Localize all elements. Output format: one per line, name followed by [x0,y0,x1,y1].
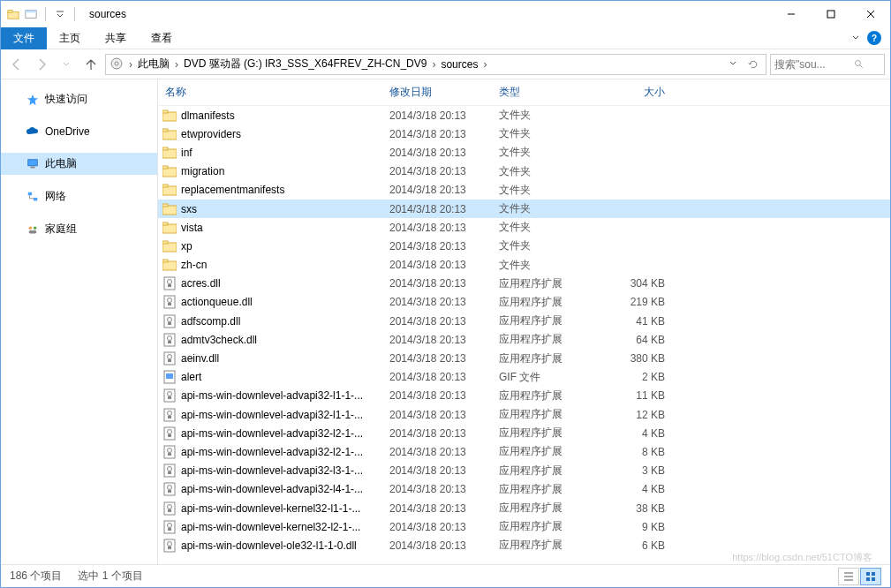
file-row[interactable]: api-ms-win-downlevel-ole32-l1-1-0.dll201… [158,536,890,554]
tab-share[interactable]: 共享 [93,27,139,49]
svg-rect-63 [168,434,171,437]
svg-rect-60 [168,416,171,418]
file-row[interactable]: adfscomp.dll2014/3/18 20:13应用程序扩展41 KB [158,312,890,330]
svg-rect-21 [162,110,168,113]
file-type: 文件夹 [499,164,603,179]
file-date: 2014/3/18 20:13 [389,502,499,515]
file-row[interactable]: alert2014/3/18 20:13GIF 文件2 KB [158,368,890,387]
file-size: 6 KB [603,539,665,552]
file-name: alert [181,371,389,383]
folder-icon [162,146,177,160]
recent-dropdown-icon[interactable] [56,54,77,75]
svg-rect-88 [872,577,875,581]
search-input[interactable] [774,58,854,71]
file-date: 2014/3/18 20:13 [389,128,499,140]
file-size: 41 KB [603,315,665,328]
file-name: migration [181,165,389,177]
chevron-right-icon[interactable]: › [127,58,134,71]
refresh-icon[interactable] [743,57,764,72]
up-button[interactable] [80,54,102,75]
file-name: actionqueue.dll [181,296,389,308]
file-type: 应用程序扩展 [499,444,603,459]
file-row[interactable]: api-ms-win-downlevel-advapi32-l1-1-...20… [158,387,890,405]
file-row[interactable]: etwproviders2014/3/18 20:13文件夹 [158,124,890,143]
help-icon[interactable]: ? [867,31,881,45]
breadcrumb-item[interactable]: 此电脑 [134,55,173,73]
file-row[interactable]: api-ms-win-downlevel-kernel32-l2-1-...20… [158,517,890,536]
file-row[interactable]: replacementmanifests2014/3/18 20:13文件夹 [158,181,890,200]
folder-icon [162,239,177,253]
file-list[interactable]: dlmanifests2014/3/18 20:13文件夹etwprovider… [158,106,890,564]
sidebar-item-network[interactable]: 网络 [1,185,157,207]
file-row[interactable]: dlmanifests2014/3/18 20:13文件夹 [158,106,890,124]
address-dropdown-icon[interactable] [723,57,743,72]
view-icons-button[interactable] [860,568,881,585]
svg-rect-57 [168,396,171,399]
file-name: acres.dll [181,277,389,290]
file-date: 2014/3/18 20:13 [389,277,499,290]
file-row[interactable]: xp2014/3/18 20:13文件夹 [158,237,890,255]
minimize-button[interactable] [771,1,811,27]
file-row[interactable]: vista2014/3/18 20:13文件夹 [158,218,890,237]
col-header-date[interactable]: 修改日期 [389,85,499,100]
folder-icon [162,183,177,197]
search-box[interactable] [770,54,885,75]
col-header-size[interactable]: 大小 [603,85,665,100]
close-button[interactable] [850,1,890,27]
search-icon [854,59,865,70]
chevron-right-icon[interactable]: › [481,58,488,71]
file-type: 应用程序扩展 [499,501,603,516]
view-details-button[interactable] [838,568,859,585]
file-type: 应用程序扩展 [499,538,603,553]
breadcrumb-item[interactable]: sources [437,57,481,72]
maximize-button[interactable] [811,1,850,27]
file-date: 2014/3/18 20:13 [389,521,499,533]
file-row[interactable]: api-ms-win-downlevel-advapi32-l2-1-...20… [158,424,890,442]
col-header-type[interactable]: 类型 [499,85,603,100]
file-name: sxs [181,203,389,215]
status-bar: 186 个项目 选中 1 个项目 [1,564,890,587]
file-row[interactable]: actionqueue.dll2014/3/18 20:13应用程序扩展219 … [158,293,890,312]
file-row[interactable]: api-ms-win-downlevel-advapi32-l1-1-...20… [158,405,890,424]
sidebar-item-homegroup[interactable]: 家庭组 [1,218,157,240]
file-row[interactable]: api-ms-win-downlevel-advapi32-l3-1-...20… [158,462,890,480]
chevron-right-icon[interactable]: › [173,58,180,71]
file-row[interactable]: admtv3check.dll2014/3/18 20:13应用程序扩展64 K… [158,330,890,349]
forward-button[interactable] [31,54,52,75]
file-row[interactable]: api-ms-win-downlevel-advapi32-l2-1-...20… [158,442,890,461]
computer-icon [26,157,40,171]
file-size: 4 KB [603,483,665,495]
tab-file[interactable]: 文件 [1,27,47,49]
star-icon [26,93,40,107]
back-button[interactable] [6,54,27,75]
ribbon-expand-icon[interactable] [851,34,860,42]
file-row[interactable]: migration2014/3/18 20:13文件夹 [158,162,890,181]
sidebar-item-onedrive[interactable]: OneDrive [1,121,157,142]
file-row[interactable]: api-ms-win-downlevel-advapi32-l4-1-...20… [158,480,890,499]
svg-rect-14 [30,166,34,168]
file-type: 应用程序扩展 [499,313,603,328]
file-row[interactable]: acres.dll2014/3/18 20:13应用程序扩展304 KB [158,275,890,293]
file-date: 2014/3/18 20:13 [389,184,499,196]
sidebar-item-thispc[interactable]: 此电脑 [1,153,157,175]
file-row[interactable]: sxs2014/3/18 20:13文件夹 [158,200,890,218]
file-row[interactable]: api-ms-win-downlevel-kernel32-l1-1-...20… [158,499,890,517]
chevron-right-icon[interactable]: › [430,58,437,71]
file-list-pane: 名称 修改日期 类型 大小 dlmanifests2014/3/18 20:13… [158,79,890,564]
file-row[interactable]: inf2014/3/18 20:13文件夹 [158,143,890,162]
svg-rect-75 [168,509,171,512]
qat-dropdown-icon[interactable] [53,7,67,21]
address-bar[interactable]: › 此电脑 › DVD 驱动器 (G:) IR3_SSS_X64FREV_ZH-… [105,54,766,75]
col-header-name[interactable]: 名称 [162,85,389,100]
column-headers: 名称 修改日期 类型 大小 [158,79,890,106]
file-date: 2014/3/18 20:13 [389,464,499,477]
tab-home[interactable]: 主页 [47,27,93,49]
file-row[interactable]: aeinv.dll2014/3/18 20:13应用程序扩展380 KB [158,349,890,367]
file-row[interactable]: zh-cn2014/3/18 20:13文件夹 [158,256,890,275]
sidebar-label: OneDrive [45,125,90,138]
tab-view[interactable]: 查看 [139,27,185,49]
sidebar-item-quickaccess[interactable]: 快速访问 [1,88,157,110]
svg-point-10 [856,60,861,65]
breadcrumb-item[interactable]: DVD 驱动器 (G:) IR3_SSS_X64FREV_ZH-CN_DV9 [180,55,430,73]
folder-icon [162,127,177,141]
